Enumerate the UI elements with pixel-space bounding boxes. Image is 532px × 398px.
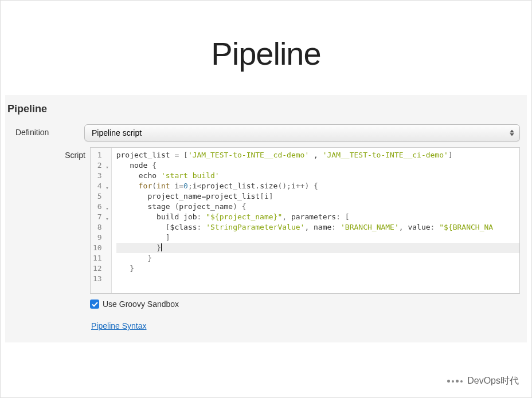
section-header: Pipeline	[5, 101, 527, 124]
line-number: 5	[93, 191, 108, 202]
code-line[interactable]: }	[116, 243, 519, 253]
code-line[interactable]: }	[116, 263, 519, 274]
definition-row: Definition Pipeline script	[5, 124, 527, 147]
line-number: 13	[93, 274, 108, 284]
line-number: 11	[93, 253, 108, 263]
definition-select-wrap[interactable]: Pipeline script	[84, 124, 520, 141]
code-line[interactable]: project_list = ['JAM_TEST-to-INTE__cd-de…	[116, 150, 519, 160]
line-number: 6▾	[93, 202, 108, 212]
code-area[interactable]: project_list = ['JAM_TEST-to-INTE__cd-de…	[112, 148, 519, 293]
line-number: 8	[93, 222, 108, 233]
sandbox-label: Use Groovy Sandbox	[103, 300, 179, 309]
code-line[interactable]: for(int i=0;i<project_list.size();i++) {	[116, 181, 519, 191]
line-number: 9	[93, 233, 108, 243]
watermark: DevOps时代	[447, 375, 519, 387]
pipeline-config-panel: Pipeline Definition Pipeline script Scri…	[5, 95, 527, 342]
code-line[interactable]: echo 'start build'	[116, 171, 519, 181]
code-line[interactable]: [$class: 'StringParameterValue', name: '…	[116, 222, 519, 233]
code-line[interactable]: stage (project_name) {	[116, 202, 519, 212]
pipeline-syntax-link[interactable]: Pipeline Syntax	[91, 321, 147, 330]
sandbox-checkbox[interactable]	[90, 300, 99, 309]
code-line[interactable]: build job: "${project_name}", parameters…	[116, 212, 519, 222]
wechat-icon	[447, 380, 463, 383]
line-number: 10	[93, 243, 108, 253]
definition-label: Definition	[15, 124, 84, 137]
code-line[interactable]: }	[116, 253, 519, 263]
line-number: 12	[93, 263, 108, 274]
line-number: 4▾	[93, 181, 108, 191]
line-number: 3	[93, 171, 108, 181]
code-line[interactable]: project_name=project_list[i]	[116, 191, 519, 202]
script-label: Script	[57, 147, 85, 160]
script-row: Script 12▾34▾56▾7▾8910111213 project_lis…	[5, 147, 527, 314]
code-line[interactable]: node {	[116, 160, 519, 171]
line-number-gutter: 12▾34▾56▾7▾8910111213	[91, 148, 112, 293]
code-line[interactable]: ]	[116, 233, 519, 243]
slide-title: Pipeline	[1, 1, 531, 95]
line-number: 2▾	[93, 160, 108, 171]
line-number: 7▾	[93, 212, 108, 222]
watermark-text: DevOps时代	[467, 375, 519, 387]
code-editor[interactable]: 12▾34▾56▾7▾8910111213 project_list = ['J…	[90, 147, 520, 294]
script-content: 12▾34▾56▾7▾8910111213 project_list = ['J…	[85, 147, 520, 309]
code-line[interactable]	[116, 274, 519, 284]
line-number: 1	[93, 150, 108, 160]
sandbox-row: Use Groovy Sandbox	[90, 294, 520, 309]
definition-select[interactable]: Pipeline script	[84, 124, 520, 141]
text-cursor	[161, 243, 162, 251]
dropdown-caret-icon	[510, 130, 514, 136]
